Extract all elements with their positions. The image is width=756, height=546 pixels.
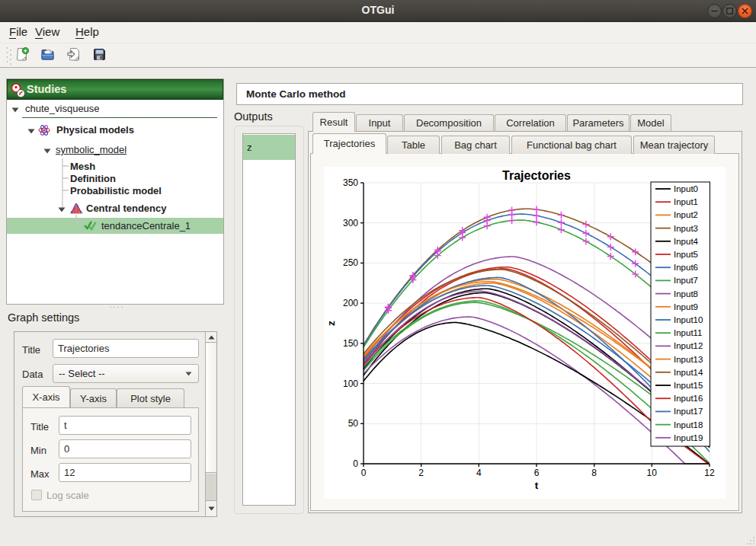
svg-text:300: 300 (343, 218, 358, 228)
svg-text:150: 150 (343, 338, 358, 349)
svg-text:4: 4 (476, 468, 482, 478)
svg-text:Input10: Input10 (674, 315, 703, 324)
svg-text:t: t (535, 480, 539, 491)
svg-text:Input3: Input3 (674, 224, 698, 233)
svg-text:2: 2 (418, 468, 424, 478)
svg-text:0: 0 (361, 468, 367, 478)
svg-text:50: 50 (348, 418, 359, 429)
svg-text:Input19: Input19 (674, 433, 703, 442)
svg-text:Input14: Input14 (674, 368, 703, 377)
svg-text:0: 0 (353, 458, 358, 469)
svg-text:z: z (325, 321, 337, 326)
svg-text:12: 12 (704, 468, 715, 478)
svg-text:Input0: Input0 (674, 184, 698, 193)
svg-text:Input11: Input11 (674, 328, 703, 337)
svg-text:Input2: Input2 (674, 210, 698, 219)
svg-text:Trajectories: Trajectories (502, 169, 571, 182)
svg-text:Input12: Input12 (674, 341, 703, 350)
svg-text:Input4: Input4 (674, 237, 699, 246)
svg-text:Input9: Input9 (674, 302, 698, 311)
svg-text:Input1: Input1 (674, 197, 698, 206)
svg-text:250: 250 (343, 257, 358, 268)
svg-text:200: 200 (343, 298, 358, 308)
svg-text:10: 10 (647, 468, 658, 478)
svg-text:Input16: Input16 (674, 394, 703, 403)
svg-text:Input15: Input15 (674, 381, 703, 390)
svg-text:Input18: Input18 (674, 420, 703, 429)
svg-text:6: 6 (534, 468, 540, 478)
svg-text:Input8: Input8 (674, 289, 698, 299)
svg-text:100: 100 (343, 378, 358, 389)
svg-text:Input7: Input7 (674, 276, 698, 285)
svg-text:Input6: Input6 (674, 263, 698, 272)
svg-text:Input17: Input17 (674, 407, 703, 416)
svg-text:8: 8 (591, 468, 597, 478)
svg-text:350: 350 (343, 177, 358, 188)
svg-text:Input5: Input5 (674, 250, 698, 259)
svg-text:Input13: Input13 (674, 355, 703, 364)
